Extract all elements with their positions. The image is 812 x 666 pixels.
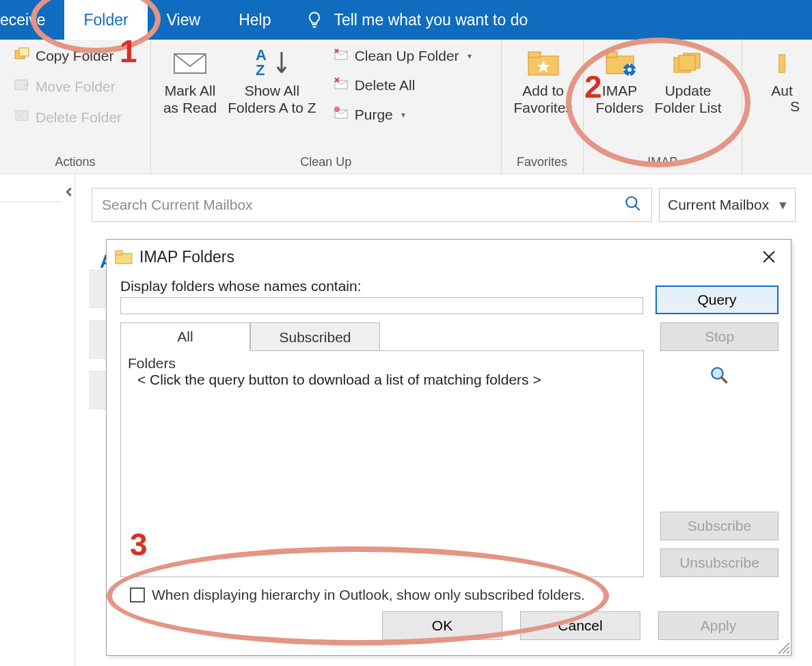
group-label-cleanup: Clean Up [158,154,494,174]
clean-up-folder-button[interactable]: Clean Up Folder [330,45,474,66]
purge-icon [333,105,351,124]
folder-icon [115,249,133,264]
button-label: Query [697,292,736,308]
ribbon: Copy Folder Move Folder Delete Folder Ac… [0,40,812,174]
tab-label: All [177,329,193,345]
svg-point-10 [334,107,340,112]
tab-send-receive[interactable]: eceive [0,0,64,40]
list-hint: < Click the query button to download a l… [128,372,636,388]
svg-text:Z: Z [256,61,265,79]
clean-folder-icon [333,46,351,65]
svg-point-30 [712,367,722,378]
search-scope-dropdown[interactable]: Current Mailbox ▾ [659,188,796,222]
tell-me-input[interactable]: Tell me what you want to do [334,0,528,40]
button-label: Clean Up Folder [355,48,459,64]
tab-label: Subscribed [279,329,351,346]
svg-point-17 [627,68,632,72]
imap-folders-button[interactable]: IMAP Folders [591,40,649,154]
svg-point-26 [626,197,636,207]
cancel-button[interactable]: Cancel [520,611,640,640]
button-label: IMAP Folders [596,82,644,116]
svg-line-27 [635,206,640,210]
imap-folders-dialog: IMAP Folders Display folders whose names… [106,239,791,656]
query-button[interactable]: Query [655,286,779,314]
svg-rect-12 [528,52,541,57]
show-all-folders-button[interactable]: A Z Show All Folders A to Z [222,40,322,154]
group-label-imap: IMAP [591,154,735,174]
move-folder-icon [14,77,31,96]
delete-all-icon [333,76,351,94]
button-label: Mark All as Read [163,82,217,116]
purge-button[interactable]: Purge [330,104,474,125]
tab-label: Help [239,11,271,29]
delete-folder-button[interactable]: Delete Folder [11,107,124,128]
search-input[interactable] [102,197,624,213]
tab-subscribed[interactable]: Subscribed [250,322,380,351]
copy-folder-icon [14,46,31,65]
svg-rect-25 [779,55,785,72]
favorites-folder-icon [526,45,561,81]
filter-input[interactable] [120,297,643,314]
button-label: Unsubscribe [679,555,759,571]
button-label: Delete All [355,77,416,94]
tab-folder[interactable]: Folder [64,0,147,40]
button-label: Stop [705,329,734,345]
button-label: Purge [355,107,393,123]
unsubscribe-button[interactable]: Unsubscribe [660,549,779,577]
ribbon-tab-bar: eceive Folder View Help Tell me what you… [0,0,812,40]
envelope-icon [172,45,208,81]
magnifier-icon[interactable] [710,366,729,388]
copy-folder-button[interactable]: Copy Folder [11,45,124,66]
search-box[interactable] [92,188,652,222]
lightbulb-icon [290,0,334,40]
svg-rect-3 [16,111,28,120]
button-label: OK [432,618,452,634]
button-label: Show All Folders A to Z [228,82,316,116]
svg-rect-15 [606,52,617,57]
mark-all-read-button[interactable]: Mark All as Read [158,40,222,154]
tab-all[interactable]: All [120,322,250,351]
tab-view[interactable]: View [148,0,219,40]
tab-label: View [167,11,200,29]
imap-folders-icon [602,45,638,81]
partial-button[interactable]: Aut S [749,40,805,154]
subscribe-button[interactable]: Subscribe [660,512,779,540]
update-folder-list-button[interactable]: Update Folder List [649,40,727,154]
button-label: Cancel [558,618,602,634]
apply-button[interactable]: Apply [658,611,779,640]
button-label: Move Folder [36,79,116,95]
svg-rect-24 [679,55,695,70]
svg-line-31 [721,377,727,383]
stop-button[interactable]: Stop [660,322,779,351]
dialog-title: IMAP Folders [139,248,234,266]
move-folder-button[interactable]: Move Folder [11,76,124,97]
button-label: Subscribe [688,518,751,534]
ok-button[interactable]: OK [382,611,502,640]
partial-icon [764,45,800,81]
button-label: Delete Folder [36,109,122,126]
chevron-down-icon: ▾ [779,197,787,213]
subscribed-only-checkbox[interactable] [130,587,145,602]
button-label: Add to Favorites [514,82,573,116]
tab-help[interactable]: Help [219,0,290,40]
add-to-favorites-button[interactable]: Add to Favorites [509,40,578,154]
svg-rect-1 [19,48,29,56]
group-label-favorites: Favorites [509,154,576,174]
button-label: Copy Folder [36,48,113,64]
resize-grip[interactable] [776,640,789,654]
folders-listbox[interactable]: Folders < Click the query button to down… [120,350,644,577]
delete-all-button[interactable]: Delete All [330,74,474,96]
list-header: Folders [128,355,636,372]
button-label2: S [764,98,800,115]
tell-me-label: Tell me what you want to do [334,11,528,29]
dialog-titlebar[interactable]: IMAP Folders [107,240,791,274]
close-button[interactable] [755,243,783,270]
delete-folder-icon [14,108,31,126]
button-label: Aut [771,82,793,99]
scope-label: Current Mailbox [668,197,769,213]
search-icon[interactable] [624,195,642,216]
sort-az-icon: A Z [254,45,290,81]
update-folder-icon [671,45,706,81]
button-label: Update Folder List [655,82,722,116]
tab-label: eceive [0,11,45,29]
